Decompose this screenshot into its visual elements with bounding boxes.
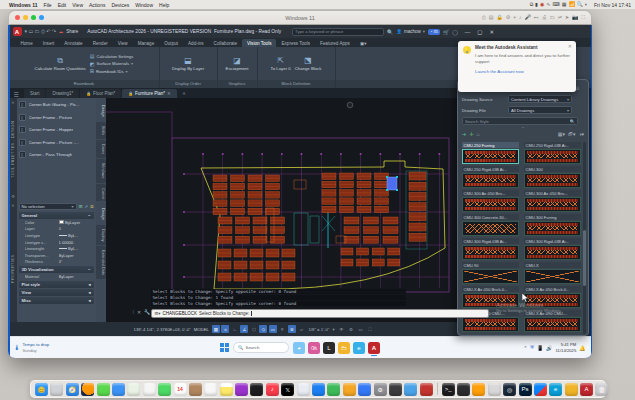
menubar-clock[interactable]: Fri Nov 14 17:41 xyxy=(594,2,631,8)
dvd-icon[interactable] xyxy=(488,383,501,396)
ribbon-tab-annotate[interactable]: Annotate xyxy=(59,39,87,47)
selection-cycling-icon[interactable]: ▱ xyxy=(297,325,305,333)
wifi-icon[interactable]: 📶 xyxy=(569,1,575,7)
object-snap-tracking-icon[interactable]: ▭ xyxy=(269,325,277,333)
capcut-icon[interactable] xyxy=(420,383,433,396)
tool-palette-titlebar[interactable]: ✕ TOOL PALETTES - DESIGN ⚙ xyxy=(10,98,17,201)
screen-icon[interactable]: ▦ xyxy=(562,1,567,7)
properties-tab-extended-data[interactable]: Extended Data xyxy=(96,246,106,279)
podcasts-icon[interactable] xyxy=(235,383,248,396)
sound-icon[interactable]: ♪ xyxy=(519,14,522,21)
workspace-icon[interactable]: ⚙ xyxy=(347,325,355,333)
home-icon[interactable]: ⌂ xyxy=(476,131,479,137)
panel-label[interactable]: Display Order xyxy=(160,80,217,88)
osnap-icon[interactable]: ◇ xyxy=(259,325,267,333)
ribbon-tab-insert[interactable]: Insert xyxy=(38,39,60,47)
ribbon-tab-add-ins[interactable]: Add-ins xyxy=(183,39,209,47)
new-tab-icon[interactable]: ＋ xyxy=(181,89,187,98)
cart-icon[interactable]: 🛒 xyxy=(443,29,449,35)
terminal-icon[interactable]: >_ xyxy=(442,383,455,396)
property-value[interactable]: ByL... xyxy=(59,233,94,238)
wall-style-tile[interactable]: CMU-300 Concrete-30... xyxy=(462,214,519,236)
calculation-settings-button[interactable]: ▤Calculation Settings xyxy=(90,53,134,59)
control-center-icon[interactable]: ◐ xyxy=(585,1,588,7)
tray-chevron-up-icon[interactable]: ⌃ xyxy=(523,345,527,351)
tool-palette-item[interactable]: ▯Corner Frame - Picture -... xyxy=(19,139,94,146)
launchpad-icon[interactable] xyxy=(50,383,63,396)
store-icon[interactable]: 🛍 xyxy=(308,342,320,354)
network-icon[interactable]: ⇌ xyxy=(558,14,562,21)
ribbon-tab-express-tools[interactable]: Express Tools xyxy=(276,39,315,47)
scale-dropdown-icon[interactable]: ▾ xyxy=(332,327,334,332)
ribbon-tab-home[interactable]: Home xyxy=(16,39,38,47)
display-by-layer-button[interactable]: ⬓Display By Layer xyxy=(172,56,204,71)
scrollbar[interactable] xyxy=(583,142,586,334)
property-section-misc[interactable]: Misc◂ xyxy=(19,297,94,304)
menubar-item-help[interactable]: Help xyxy=(159,2,169,8)
lock-icon[interactable]: 🔒 xyxy=(497,14,503,21)
panel-label[interactable]: Block Definition xyxy=(258,80,335,88)
utility-icon[interactable] xyxy=(457,383,470,396)
app-store-icon[interactable] xyxy=(312,383,325,396)
menubar-item-file[interactable]: File xyxy=(44,2,52,8)
palette-tab-windows[interactable]: Windows xyxy=(96,159,106,182)
usb-icon[interactable]: ⊷ xyxy=(534,14,539,21)
autocad-icon[interactable]: A xyxy=(580,383,593,396)
file-tab-drawing1-[interactable]: Drawing1* xyxy=(46,89,79,98)
grid-icon[interactable]: ▤ xyxy=(489,14,494,21)
maximize-button[interactable]: ▢ xyxy=(477,29,482,35)
calendar-icon[interactable]: 14 xyxy=(174,383,187,396)
music-icon[interactable]: ♪ xyxy=(266,383,279,396)
account-menu[interactable]: 👤machow▾ xyxy=(396,29,425,34)
dictionary-icon[interactable] xyxy=(389,383,402,396)
tool-palette-item[interactable]: ▯Corner Butt Glazing - Pic... xyxy=(19,101,94,108)
file-tab-floor-plan-[interactable]: 🔒Floor Plan* xyxy=(80,89,121,98)
share-button[interactable]: Share xyxy=(66,29,78,34)
hardware-accel-icon[interactable]: ▭ xyxy=(357,325,365,333)
quick-select-icon[interactable]: ⧉ xyxy=(90,204,93,209)
autocad-icon[interactable]: A xyxy=(368,342,380,354)
start-button[interactable] xyxy=(220,343,229,352)
roombook-ids-button[interactable]: ⊞Roombook IDs ▾ xyxy=(90,68,134,74)
finder-icon[interactable]: 😊 xyxy=(35,383,48,396)
annotation-visibility-icon[interactable]: 👁 xyxy=(338,325,346,333)
ribbon-tab-featured-apps[interactable]: Featured Apps xyxy=(315,39,355,47)
property-row[interactable]: LinetypeByL... xyxy=(19,232,94,239)
panel-label[interactable]: Graphics xyxy=(218,80,257,88)
change-block-button[interactable]: ⬔Change Block xyxy=(295,56,322,71)
file-tabs-menu-icon[interactable]: ☰ xyxy=(14,91,19,98)
taskbar-search[interactable]: 🔍Search xyxy=(233,342,289,353)
display-icon[interactable]: ⧉ xyxy=(530,1,534,7)
stats-icon[interactable]: ∿ xyxy=(546,1,550,7)
property-value[interactable]: ByLayer xyxy=(59,220,94,225)
safari-icon[interactable]: 🧭 xyxy=(66,383,79,396)
property-section-plot-style[interactable]: Plot style◂ xyxy=(19,281,94,288)
calculate-room-quantities-button[interactable]: ⧉Calculate Room Quantities xyxy=(35,56,86,71)
vm-titlebar[interactable]: Windows 11 ⎙▤🔒⚙⌖♪🎤⊷🖨🗀⇌➤📷⛶ xyxy=(8,10,592,25)
reminders-icon[interactable] xyxy=(204,383,217,396)
customize-wrench-icon[interactable]: 🔧 xyxy=(144,309,150,315)
close-tab-icon[interactable]: ✕ xyxy=(167,91,171,96)
property-row[interactable]: Transparen...ByLayer xyxy=(19,252,94,259)
mic-icon[interactable]: 🎤 xyxy=(525,14,531,21)
property-section-3d-visualization[interactable]: 3D Visualization− xyxy=(19,266,94,273)
ribbon-tab-output[interactable]: Output xyxy=(159,39,183,47)
property-row[interactable]: ColorByLayer xyxy=(19,219,94,226)
autocad-app-icon[interactable]: A xyxy=(13,27,22,36)
wall-style-tile[interactable]: CMU-300 xyxy=(524,166,581,188)
tool-palette-item[interactable]: ▯Corner Frame - Hopper xyxy=(19,126,94,133)
property-value[interactable]: ByLayer xyxy=(59,274,94,279)
facetime-icon[interactable] xyxy=(158,383,171,396)
property-value[interactable]: 0" xyxy=(59,259,94,264)
menubar-app-name[interactable]: Windows 11 xyxy=(9,2,38,8)
taskbar-clock[interactable]: 5:41 PM11/14/2025 xyxy=(556,342,577,353)
launch-assistant-link[interactable]: Launch the Assistant now xyxy=(475,69,571,74)
screenshot-icon[interactable]: ⎙ xyxy=(482,14,486,21)
ribbon-tab-render[interactable]: Render xyxy=(88,39,113,47)
tool-palette-item[interactable]: ▯Corner - Pass Through xyxy=(19,151,94,158)
calculator-icon[interactable] xyxy=(472,383,485,396)
style-search-input[interactable]: Search Style🔍 xyxy=(462,117,578,125)
ribbon-tab-view[interactable]: View xyxy=(113,39,133,47)
security-tray-icon[interactable]: ⛨ xyxy=(530,344,534,351)
wall-style-tile[interactable]: CMU-300 Air-050 Bric... xyxy=(462,190,519,212)
